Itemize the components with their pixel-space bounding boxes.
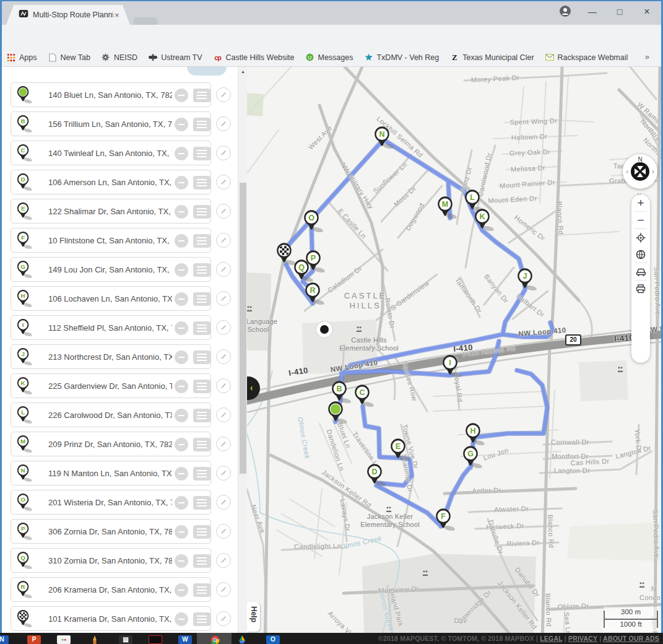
remove-stop-button[interactable]: [175, 321, 188, 335]
map-marker-K[interactable]: K: [474, 208, 495, 235]
taskbar-app-adobe[interactable]: [149, 635, 162, 644]
edit-stop-button[interactable]: [216, 349, 231, 364]
edit-stop-button[interactable]: [216, 233, 231, 248]
remove-stop-button[interactable]: [175, 380, 188, 393]
profile-icon[interactable]: [552, 5, 579, 19]
edit-stop-button[interactable]: [216, 582, 231, 597]
maximize-button[interactable]: □: [606, 7, 633, 17]
bookmark-txdmv-veh-reg[interactable]: TxDMV - Veh Reg: [363, 53, 439, 63]
stop-card[interactable]: J213 Northcrest Dr, San Antonio, TX, 7: [11, 344, 211, 369]
satellite-layer-icon[interactable]: [631, 246, 650, 263]
pan-right-icon[interactable]: ›: [652, 167, 654, 176]
reorder-stop-button[interactable]: [193, 554, 210, 568]
panel-scrollbar[interactable]: ▲: [238, 67, 248, 633]
map-marker-N[interactable]: N: [374, 126, 395, 153]
remove-stop-button[interactable]: [175, 496, 188, 510]
reorder-stop-button[interactable]: [193, 205, 210, 219]
edit-stop-button[interactable]: [216, 146, 231, 160]
bookmark-neisd[interactable]: NEISD: [101, 53, 137, 63]
edit-stop-button[interactable]: [216, 87, 231, 102]
bookmark-ustream-tv[interactable]: Ustream TV: [148, 53, 202, 63]
edit-stop-button[interactable]: [216, 204, 231, 219]
taskbar-app-drive[interactable]: [236, 635, 250, 644]
scrollbar-up-icon[interactable]: ▲: [238, 69, 248, 74]
stop-card[interactable]: K225 Gardenview Dr, San Antonio, TX,: [11, 373, 211, 398]
stop-card[interactable]: L226 Carolwood Dr, San Antonio, TX,: [11, 402, 211, 427]
reorder-stop-button[interactable]: [193, 438, 210, 451]
stop-card[interactable]: 140 Bluet Ln, San Antonio, TX, 78213: [11, 82, 211, 107]
taskbar-app-outlook[interactable]: O: [266, 635, 280, 644]
remove-stop-button[interactable]: [175, 583, 188, 597]
stop-card[interactable]: 101 Krameria Dr, San Antonio, TX, 78: [11, 606, 211, 631]
remove-stop-button[interactable]: [175, 612, 188, 626]
map-marker-C[interactable]: C: [354, 384, 375, 411]
stop-card[interactable]: Q310 Zornia Dr, San Antonio, TX, 7821: [11, 548, 211, 573]
stop-card[interactable]: G149 Lou Jon Cir, San Antonio, TX, 782: [11, 257, 211, 282]
locate-me-icon[interactable]: [631, 229, 650, 246]
edit-stop-button[interactable]: [216, 175, 231, 189]
map-marker-E[interactable]: E: [390, 438, 411, 465]
remove-stop-button[interactable]: [175, 525, 188, 539]
bookmark-texas-municipal-cler[interactable]: ZTexas Municipal Cler: [449, 53, 534, 63]
traffic-layer-icon[interactable]: [631, 263, 650, 280]
stop-card[interactable]: D106 Amerson Ln, San Antonio, TX, 78: [11, 170, 211, 194]
stop-card[interactable]: M209 Prinz Dr, San Antonio, TX, 78213: [11, 432, 211, 456]
reorder-stop-button[interactable]: [193, 263, 210, 277]
current-location-marker[interactable]: [314, 319, 335, 342]
map-marker-O[interactable]: O: [303, 209, 324, 237]
taskbar-app-powerpoint[interactable]: P: [27, 635, 41, 644]
edit-stop-button[interactable]: [216, 262, 231, 277]
reorder-stop-button[interactable]: [193, 89, 210, 102]
remove-stop-button[interactable]: [175, 554, 188, 568]
edit-stop-button[interactable]: [216, 553, 231, 568]
panel-header-button[interactable]: [187, 67, 227, 76]
attribution-link[interactable]: ABOUT OUR ADS: [603, 635, 659, 642]
edit-stop-button[interactable]: [216, 524, 231, 539]
map-canvas[interactable]: Morey Peak DrSpent Wing DrHaltown DrGrey…: [247, 67, 663, 633]
edit-stop-button[interactable]: [216, 291, 231, 306]
stop-card[interactable]: I112 Sheffield Pl, San Antonio, TX, 782: [11, 315, 211, 340]
taskbar-app-calculator[interactable]: ▤: [119, 635, 132, 644]
edit-stop-button[interactable]: [216, 495, 231, 510]
pan-left-icon[interactable]: ‹: [626, 167, 628, 176]
remove-stop-button[interactable]: [175, 176, 188, 189]
taskbar-app-app-partial[interactable]: N: [0, 635, 9, 644]
remove-stop-button[interactable]: [175, 89, 188, 102]
remove-stop-button[interactable]: [175, 292, 188, 306]
reorder-stop-button[interactable]: [193, 409, 210, 422]
bookmark-messages[interactable]: Messages: [305, 53, 353, 63]
edit-stop-button[interactable]: [216, 466, 231, 481]
map-marker-F[interactable]: F: [435, 508, 456, 535]
bookmark-castle-hills-website[interactable]: cpCastle Hills Website: [213, 53, 295, 63]
edit-stop-button[interactable]: [216, 320, 231, 335]
taskbar-app-pen[interactable]: [88, 635, 102, 644]
map-marker-D[interactable]: D: [366, 463, 388, 490]
stop-card[interactable]: N119 N Manton Ln, San Antonio, TX, 78: [11, 461, 211, 485]
bookmark-new-tab[interactable]: New Tab: [48, 53, 90, 63]
edit-stop-button[interactable]: [216, 437, 231, 451]
reorder-stop-button[interactable]: [193, 525, 210, 539]
remove-stop-button[interactable]: [175, 438, 188, 451]
tab-close-icon[interactable]: ×: [115, 11, 119, 20]
browser-tab[interactable]: Multi-Stop Route Plannin ×: [6, 5, 130, 25]
map-marker-I[interactable]: I: [442, 354, 463, 381]
reorder-stop-button[interactable]: [193, 496, 210, 510]
reorder-stop-button[interactable]: [193, 118, 210, 131]
remove-stop-button[interactable]: [175, 147, 188, 160]
stop-card[interactable]: R206 Krameria Dr, San Antonio, TX, 78: [11, 577, 211, 602]
apps-launcher[interactable]: Apps: [6, 53, 37, 63]
stop-card[interactable]: H106 Lochaven Ln, San Antonio, TX, 7: [11, 286, 211, 311]
reorder-stop-button[interactable]: [193, 321, 210, 335]
reorder-stop-button[interactable]: [193, 147, 210, 160]
map-marker-G[interactable]: G: [462, 445, 483, 472]
map-marker-R[interactable]: R: [305, 282, 326, 309]
minimize-button[interactable]: —: [579, 7, 606, 17]
stop-card[interactable]: E122 Shalimar Dr, San Antonio, TX, 78: [11, 199, 211, 224]
recenter-icon[interactable]: [631, 162, 649, 181]
reorder-stop-button[interactable]: [193, 292, 210, 306]
bookmark-rackspace-webmail[interactable]: Rackspace Webmail: [545, 53, 628, 63]
scrollbar-thumb[interactable]: [240, 183, 246, 474]
close-button[interactable]: ×: [633, 6, 661, 17]
print-icon[interactable]: [631, 281, 650, 297]
remove-stop-button[interactable]: [175, 409, 188, 422]
